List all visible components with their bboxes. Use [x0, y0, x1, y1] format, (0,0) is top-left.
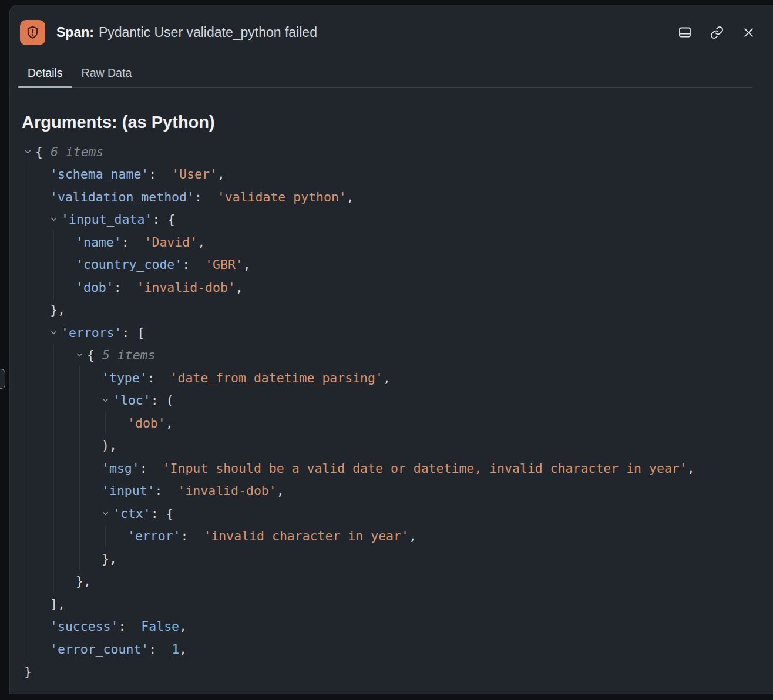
- tree-segment-meta: 6 items: [51, 146, 104, 159]
- tree-segment-key: 'dob': [76, 281, 114, 294]
- chevron-down-icon[interactable]: [102, 396, 113, 404]
- chevron-down-icon[interactable]: [76, 351, 87, 359]
- span-detail-panel: Span:Pydantic User validate_python faile…: [9, 5, 773, 694]
- tree-segment-str: 'Input should be a valid date or datetim…: [163, 462, 687, 475]
- tree-line: 'input': 'invalid-dob',: [10, 480, 773, 503]
- tree-segment-punct: ,: [166, 417, 173, 430]
- tree-segment-punct: ,: [277, 484, 284, 497]
- tree-segment-str: 'User': [172, 168, 217, 181]
- tree-segment-key: 'country_code': [76, 258, 182, 271]
- tree-segment-key: 'errors': [61, 327, 122, 339]
- tree-line: 'error_count': 1,: [10, 638, 773, 661]
- tree-line: }: [10, 661, 773, 684]
- tab-bar: Details Raw Data: [18, 59, 752, 88]
- tree-line: 'name': 'David',: [10, 231, 773, 254]
- panel-header: Span:Pydantic User validate_python faile…: [10, 5, 773, 59]
- chevron-down-icon[interactable]: [50, 216, 61, 223]
- tree-line: { 5 items: [10, 344, 773, 367]
- tree-line: },: [10, 299, 773, 322]
- tree-segment-lit: 1: [172, 643, 179, 656]
- tree-segment-punct: :: [194, 191, 217, 204]
- tree-segment-key: 'name': [76, 236, 122, 249]
- tree-line: },: [10, 570, 773, 593]
- chevron-down-icon[interactable]: [102, 510, 113, 517]
- tree-line: 'dob': 'invalid-dob',: [10, 276, 773, 299]
- tree-segment-punct: ],: [50, 598, 65, 611]
- tree-segment-meta: 5 items: [102, 349, 156, 362]
- indent-guide: [79, 366, 80, 570]
- tree-segment-punct: },: [102, 553, 117, 566]
- tree-segment-str: 'invalid character in year': [203, 530, 409, 543]
- tab-raw-data[interactable]: Raw Data: [72, 59, 142, 87]
- tree-segment-str: 'date_from_datetime_parsing': [170, 372, 383, 385]
- tree-segment-key: 'input': [102, 484, 155, 497]
- tree-segment-str: 'invalid-dob': [137, 281, 236, 294]
- tree-segment-punct: :: [114, 281, 137, 294]
- indent-guide: [53, 231, 54, 299]
- tree-segment-punct: :: [149, 643, 172, 656]
- tree-segment-str: 'David': [144, 236, 198, 249]
- tree-segment-punct: ,: [347, 191, 354, 204]
- span-name: Pydantic User validate_python failed: [99, 25, 317, 40]
- tree-segment-punct: ,: [383, 372, 391, 385]
- tree-segment-str: 'dob': [127, 417, 166, 430]
- tree-segment-punct: },: [76, 575, 91, 588]
- tree-segment-key: 'validation_method': [50, 191, 194, 204]
- header-actions: [678, 25, 755, 39]
- tree-segment-lit: False: [141, 620, 179, 633]
- tree-line: { 6 items: [10, 140, 773, 163]
- tree-segment-str: 'validate_python': [217, 191, 347, 204]
- tree-segment-punct: ,: [409, 530, 416, 543]
- close-button[interactable]: [742, 26, 755, 39]
- details-content: Arguments: (as Python) { 6 items'schema_…: [10, 112, 773, 683]
- tree-segment-key: 'success': [50, 620, 119, 633]
- tree-segment-punct: ,: [217, 168, 225, 181]
- tree-segment-punct: ,: [197, 236, 205, 249]
- tree-segment-punct: ,: [179, 643, 187, 656]
- tree-segment-punct: :: [149, 168, 172, 181]
- chevron-down-icon[interactable]: [50, 329, 61, 336]
- dock-panel-icon: [678, 25, 692, 39]
- tree-segment-str: 'invalid-dob': [177, 484, 276, 497]
- tree-segment-punct: :: [122, 236, 144, 249]
- tree-segment-punct: ,: [179, 620, 187, 633]
- indent-guide: [53, 344, 54, 593]
- tree-segment-punct: ,: [687, 462, 695, 475]
- tree-segment-key: 'loc': [113, 394, 151, 407]
- copy-link-button[interactable]: [710, 26, 724, 39]
- tree-segment-punct: },: [50, 304, 65, 317]
- tree-segment-punct: : {: [152, 213, 175, 226]
- tree-segment-key: 'input_data': [61, 213, 152, 226]
- tree-line: 'ctx': {: [10, 502, 773, 525]
- tree-segment-punct: :: [155, 484, 178, 497]
- tree-line: 'country_code': 'GBR',: [10, 254, 773, 277]
- tree-segment-punct: :: [181, 530, 204, 543]
- tree-segment-punct: :: [140, 462, 163, 475]
- tab-details[interactable]: Details: [18, 59, 72, 87]
- page-background: { "header": { "icon": "warning-shield", …: [0, 0, 773, 700]
- tree-segment-str: 'GBR': [205, 258, 243, 271]
- indent-guide: [105, 525, 106, 548]
- tree-line: 'msg': 'Input should be a valid date or …: [10, 457, 773, 480]
- tree-segment-key: 'ctx': [113, 507, 151, 520]
- dock-panel-button[interactable]: [678, 25, 692, 39]
- tree-line: ),: [10, 435, 773, 457]
- tree-line: 'error': 'invalid character in year',: [10, 525, 773, 548]
- tree-line: 'dob',: [10, 412, 773, 435]
- indent-guide: [28, 163, 28, 661]
- warning-shield-icon: [20, 20, 45, 45]
- tree-line: 'input_data': {: [10, 208, 773, 231]
- tree-segment-punct: ,: [243, 258, 251, 271]
- panel-resize-handle[interactable]: [0, 369, 5, 389]
- tree-line: 'errors': [: [10, 321, 773, 344]
- tree-line: 'success': False,: [10, 615, 773, 638]
- link-icon: [710, 26, 724, 39]
- tree-segment-punct: }: [24, 665, 32, 678]
- indent-guide: [105, 412, 106, 435]
- tree-segment-key: 'type': [102, 372, 147, 385]
- tree-segment-punct: : {: [151, 507, 174, 520]
- tree-line: ],: [10, 593, 773, 615]
- json-tree: { 6 items'schema_name': 'User','validati…: [10, 140, 773, 683]
- tree-line: 'loc': (: [10, 389, 773, 412]
- chevron-down-icon[interactable]: [24, 148, 35, 156]
